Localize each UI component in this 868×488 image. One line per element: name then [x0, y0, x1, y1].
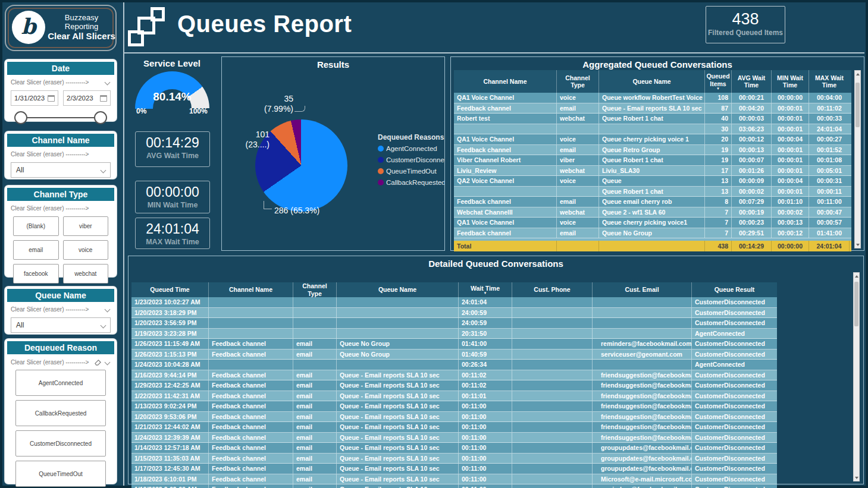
table-row[interactable]: Feedback channelemailQueue Retro Group19…: [454, 145, 851, 156]
scroll-down-arrow[interactable]: [855, 241, 860, 248]
table-row[interactable]: 1/20/2023 9:53:06 PMFeedback channelemai…: [131, 412, 777, 423]
column-header[interactable]: MAX Wait Time: [809, 70, 850, 93]
slider-handle-start[interactable]: [14, 111, 27, 124]
table-row[interactable]: 1/20/2023 3:18:29 PM24:00:59CustomerDisc…: [131, 308, 777, 319]
eraser-icon[interactable]: [94, 358, 102, 366]
column-header[interactable]: Channel Name: [454, 70, 557, 93]
table-cell: 24:00:59: [459, 318, 512, 328]
table-cell: 00:00:57: [809, 218, 850, 228]
table-row[interactable]: Feedback channelemailQueue No Group700:2…: [454, 228, 851, 239]
channel-name-clear-slicer-row[interactable]: Clear Slicer (eraser) ---------->: [5, 147, 117, 159]
logo-title: Buzzeasy Reporting: [49, 13, 114, 31]
slicer-option-agentconnected[interactable]: AgentConnected: [15, 370, 106, 396]
table-row[interactable]: 1/29/2023 12:42:25 AMFeedback channelema…: [131, 380, 777, 391]
scroll-up-arrow[interactable]: [855, 71, 860, 77]
slicer-option-viber[interactable]: viber: [63, 216, 109, 236]
calendar-icon[interactable]: [48, 95, 55, 102]
table-row[interactable]: QA2 Voice ChannelvoiceQueue1300:00:0900:…: [454, 176, 851, 187]
table-row[interactable]: Feedback channelemailQueue - Email repor…: [454, 103, 851, 114]
table-row[interactable]: 1/17/2023 12:45:30 AMFeedback channelema…: [131, 464, 777, 474]
scroll-down-arrow[interactable]: [854, 474, 859, 481]
legend-item-callbackrequested[interactable]: CallbackRequested: [378, 179, 444, 186]
column-header[interactable]: Channel Type: [557, 70, 599, 93]
slicer-option-voice[interactable]: voice: [63, 240, 109, 260]
date-end-input[interactable]: 2/3/2023: [63, 90, 111, 106]
slider-track[interactable]: [19, 117, 102, 118]
clear-all-slicers-label[interactable]: Clear All Slicers: [46, 31, 117, 41]
column-header[interactable]: Cust. Phone: [512, 282, 593, 297]
table-row[interactable]: 1/18/2023 6:10:01 PMFeedback channelemai…: [131, 474, 777, 485]
table-row[interactable]: QA1 Voice ChannelvoiceQueue workflow Rob…: [454, 93, 851, 103]
table-row[interactable]: 1/14/2023 12:57:18 AMFeedback channelema…: [131, 443, 777, 454]
table-row[interactable]: 1/24/2023 10:04:28 AM00:26:34AgentConnec…: [131, 360, 777, 370]
dequeued-reason-clear-slicer-row[interactable]: Clear Slicer (eraser) ---------->: [5, 354, 117, 367]
table-cell: 13: [705, 176, 732, 186]
table-row[interactable]: Viber Channel RobertviberQueue Robert 1 …: [454, 155, 851, 166]
column-header[interactable]: Queued Items▼: [705, 70, 732, 93]
date-clear-slicer-row[interactable]: Clear Slicer (eraser) ---------->: [5, 75, 117, 87]
slicer-option-facebook[interactable]: facebook: [13, 264, 59, 284]
slider-handle-end[interactable]: [94, 111, 107, 124]
scroll-up-arrow[interactable]: [854, 273, 859, 279]
table-row[interactable]: 1/15/2023 11:35:03 AMFeedback channelema…: [131, 454, 777, 464]
queue-name-clear-slicer-row[interactable]: Clear Slicer (eraser) ---------->: [5, 302, 117, 314]
table-row[interactable]: 1/26/2023 11:15:49 AMFeedback channelema…: [131, 339, 777, 350]
column-header[interactable]: Channel Name: [209, 282, 293, 297]
table-row[interactable]: 1/24/2023 12:39:39 AMFeedback channelema…: [131, 433, 777, 443]
column-header[interactable]: Queue Result: [692, 282, 777, 297]
table-row[interactable]: QA1 Voice ChannelvoiceQueue cherry picki…: [454, 218, 851, 228]
table-row[interactable]: 1/23/2023 10:02:27 AM24:01:04CustomerDis…: [131, 297, 777, 308]
chevron-down-icon[interactable]: [105, 80, 111, 86]
legend-item-agentconnected[interactable]: AgentConnected: [378, 145, 444, 152]
queue-name-dropdown[interactable]: All: [11, 317, 111, 333]
chevron-down-icon[interactable]: [105, 307, 111, 313]
aggregated-table-scrollbar[interactable]: [854, 70, 861, 248]
column-header[interactable]: Cust. Email: [593, 282, 692, 297]
chevron-down-icon[interactable]: [101, 322, 106, 328]
table-cell: 1/20/2023 9:53:06 PM: [131, 412, 209, 422]
chevron-down-icon[interactable]: [105, 360, 111, 366]
table-row[interactable]: Queue Robert 1 chat1300:00:0200:00:0100:…: [454, 187, 851, 197]
table-row[interactable]: QA1 Voice ChannelvoiceQueue cherry picki…: [454, 134, 851, 145]
table-row[interactable]: 1/22/2023 11:42:31 AMFeedback channelema…: [131, 391, 777, 402]
detailed-table-scrollbar[interactable]: [853, 272, 860, 481]
date-range-slider[interactable]: [13, 108, 108, 128]
table-row[interactable]: Feedback channelemailQueue email cherry …: [454, 197, 851, 207]
chevron-down-icon[interactable]: [101, 167, 106, 173]
column-header[interactable]: MIN Wait Time: [772, 70, 809, 93]
table-row[interactable]: 1/21/2023 12:44:02 AMFeedback channelema…: [131, 422, 777, 433]
table-row[interactable]: 1/16/2023 9:44:14 PMFeedback channelemai…: [131, 370, 777, 381]
table-row[interactable]: Robert testwebchatQueue Robert 1 chat400…: [454, 114, 851, 124]
column-header[interactable]: Channel Type: [293, 282, 337, 297]
scrollbar-thumb[interactable]: [856, 83, 860, 127]
channel-name-dropdown[interactable]: All: [11, 162, 111, 178]
slicer-option-customerdisconnected[interactable]: CustomerDisconnected: [15, 430, 106, 456]
slicer-option-webchat[interactable]: webchat: [63, 264, 109, 284]
legend-item-customerdisconnected[interactable]: CustomerDisconne...: [378, 156, 444, 163]
scrollbar-thumb[interactable]: [854, 282, 858, 326]
column-header[interactable]: Queue Name: [337, 282, 459, 297]
legend-item-queuetimedout[interactable]: QueueTimedOut: [378, 168, 444, 175]
table-row[interactable]: Liviu_ReviewwebchatLiviu_SLA301700:01:26…: [454, 166, 851, 177]
table-row[interactable]: Webchat ChannelllwebchatQueue 2 - wf1 SL…: [454, 207, 851, 218]
slicer-option-email[interactable]: email: [13, 240, 59, 260]
table-row[interactable]: 1/19/2023 3:23:28 PM20:31:50AgentConnect…: [131, 329, 777, 339]
table-row[interactable]: Total43800:14:2900:00:0024:01:04: [454, 241, 851, 251]
clear-slicer-label[interactable]: Clear Slicer (eraser) ---------->: [11, 79, 89, 86]
table-row[interactable]: 1/12/2023 9:09:00 AMFeedback channelemai…: [131, 484, 777, 488]
table-row[interactable]: 1/26/2023 1:15:13 PMFeedback channelemai…: [131, 350, 777, 360]
slicer-option--blank-[interactable]: (Blank): [13, 216, 59, 236]
column-header[interactable]: AVG Wait Time: [732, 70, 772, 93]
table-row[interactable]: 3003:06:2300:00:0124:01:04: [454, 124, 851, 135]
table-row[interactable]: 1/13/2023 9:02:24 PMFeedback channelemai…: [131, 401, 777, 412]
slicer-option-callbackrequested[interactable]: CallbackRequested: [15, 400, 106, 426]
calendar-icon[interactable]: [100, 95, 107, 102]
column-header[interactable]: Queued Time: [131, 282, 209, 297]
clear-all-slicers-button[interactable]: b Buzzeasy Reporting Clear All Slicers: [5, 5, 117, 51]
channel-type-clear-slicer-row[interactable]: Clear Slicer (eraser) ---------->: [5, 201, 117, 213]
slicer-option-queuetimedout[interactable]: QueueTimedOut: [15, 461, 106, 487]
column-header[interactable]: Queue Name: [599, 70, 705, 93]
table-row[interactable]: 1/20/2023 3:56:59 PM24:00:59CustomerDisc…: [131, 318, 777, 329]
date-start-input[interactable]: 1/31/2023: [11, 90, 58, 106]
column-header[interactable]: Wait Time▼: [459, 282, 512, 297]
